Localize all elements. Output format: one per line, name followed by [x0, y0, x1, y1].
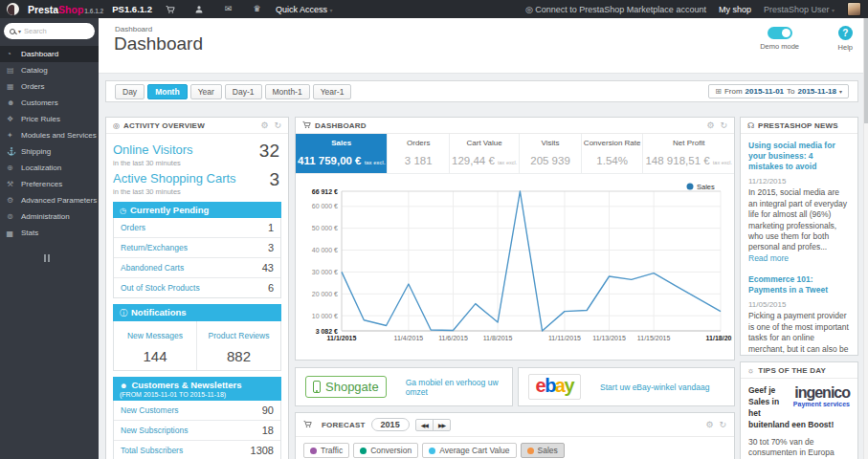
legend-traffic[interactable]: Traffic [303, 443, 349, 458]
trophy-icon[interactable]: ♛ [247, 0, 267, 18]
news-article-title[interactable]: Ecommerce 101: Payments in a Tweet [748, 274, 850, 295]
shop-name[interactable]: PS1.6.1.2 [112, 4, 152, 14]
rewind-icon[interactable]: ◀◀ [415, 419, 434, 431]
marketplace-link[interactable]: ◎ Connect to PrestaShop Marketplace acco… [525, 5, 706, 14]
vertical-scrollbar[interactable] [863, 18, 868, 459]
total-subscribers-count: 1308 [251, 445, 274, 456]
kpi-net-profit[interactable]: Net Profit148 918,51 € tax excl. [643, 134, 734, 173]
refresh-icon[interactable]: ↻ [719, 421, 726, 429]
kpi-cart-value[interactable]: Cart Value129,44 € tax excl. [450, 134, 520, 173]
orders-count: 1 [268, 222, 274, 233]
range-month-button[interactable]: Month [147, 84, 188, 99]
kpi-sales[interactable]: Sales411 759,00 € tax excl. [296, 134, 388, 173]
sidebar-item-customers[interactable]: ☻Customers [0, 95, 99, 111]
cart-icon[interactable] [161, 0, 181, 18]
sidebar-item-dashboard[interactable]: ◔Dashboard [0, 46, 99, 62]
abandoned-carts-count: 43 [262, 262, 274, 273]
sidebar-item-stats[interactable]: ▅Stats [0, 225, 99, 241]
mail-icon[interactable]: ✉ [218, 0, 238, 18]
returns-link[interactable]: Return/Exchanges [121, 243, 188, 252]
forecast-panel: FORECAST 2015 ◀◀ ▶▶ ⚙ ↻ Traffic Conversi… [295, 412, 735, 459]
abandoned-carts-link[interactable]: Abandoned Carts [121, 263, 184, 273]
page-header: Dashboard Dashboard Demo mode ? Help [99, 18, 868, 74]
news-article-title[interactable]: Using social media for your business: 4 … [748, 141, 850, 172]
gear-icon[interactable]: ⚙ [706, 121, 714, 130]
orders-link[interactable]: Orders [121, 223, 145, 232]
new-customers-link[interactable]: New Customers [121, 405, 178, 415]
scrollbar-thumb[interactable] [864, 18, 868, 123]
kpi-visits[interactable]: Visits205 939 [520, 134, 582, 173]
sales-dot-icon [527, 448, 534, 454]
legend-average-cart-value[interactable]: Average Cart Value [422, 443, 516, 458]
forward-icon[interactable]: ▶▶ [433, 419, 451, 431]
demo-mode-toggle[interactable] [768, 27, 792, 39]
out-of-stock-link[interactable]: Out of Stock Products [121, 283, 200, 293]
employees-icon[interactable] [189, 0, 210, 18]
shopgate-link[interactable]: Ga mobiel en verhoog uw omzet [406, 378, 502, 397]
new-messages-link[interactable]: New Messages [127, 331, 183, 340]
active-carts-link[interactable]: Active Shopping Carts [113, 171, 236, 186]
total-subscribers-link[interactable]: Total Subscribers [121, 446, 183, 455]
sidebar-item-administration[interactable]: ⊚Administration [0, 208, 99, 225]
range-year-1-button[interactable]: Year-1 [313, 84, 352, 99]
my-shop-link[interactable]: My shop [719, 5, 751, 14]
search-scope-caret-icon[interactable]: ▾ [18, 28, 21, 34]
refresh-icon[interactable]: ↻ [274, 121, 281, 130]
kpi-orders[interactable]: Orders3 181 [388, 134, 450, 173]
range-month-1-button[interactable]: Month-1 [265, 84, 310, 99]
sidebar-item-price-rules[interactable]: ❖Price Rules [0, 111, 99, 127]
svg-text:11/1/2015: 11/1/2015 [327, 335, 357, 341]
refresh-icon[interactable]: ↻ [720, 121, 727, 130]
sidebar-item-localization[interactable]: ⊕Localization [0, 160, 99, 176]
breadcrumb[interactable]: Dashboard [115, 25, 152, 33]
date-from-label: From [724, 87, 743, 96]
legend-sales[interactable]: Sales [521, 443, 565, 458]
help-block: ? Help [838, 26, 853, 52]
sidebar-item-preferences[interactable]: ⚒Preferences [0, 176, 99, 192]
sidebar-item-catalog[interactable]: ▤Catalog [0, 62, 99, 78]
kpi-conversion-rate[interactable]: Conversion Rate1.54% [582, 134, 644, 173]
ebay-link[interactable]: Start uw eBay-winkel vandaag [600, 382, 709, 392]
user-avatar[interactable] [847, 2, 861, 16]
prestashop-logo[interactable] [7, 3, 19, 15]
new-subscriptions-link[interactable]: New Subscriptions [121, 426, 188, 435]
read-more-link[interactable]: Read more [748, 253, 789, 263]
sidebar-item-orders[interactable]: ▦Orders [0, 78, 99, 95]
legend-conversion[interactable]: Conversion [353, 443, 418, 458]
search-input[interactable] [24, 27, 79, 35]
range-day-button[interactable]: Day [115, 84, 145, 99]
gear-icon[interactable]: ⚙ [705, 421, 713, 429]
online-visitors-link[interactable]: Online Visitors [113, 142, 193, 157]
sidebar-collapse-toggle[interactable] [44, 254, 50, 262]
gear-icon[interactable]: ⚙ [260, 121, 268, 130]
table-row: Orders1 [114, 218, 280, 238]
out-of-stock-count: 6 [268, 282, 274, 294]
range-year-button[interactable]: Year [190, 84, 222, 99]
topbar-right: ◎ Connect to PrestaShop Marketplace acco… [525, 2, 861, 16]
calendar-icon: ⊞ [715, 87, 722, 96]
sidebar-search: ▾ [4, 23, 95, 39]
new-messages-cell: New Messages 144 [114, 321, 197, 370]
activity-icon: ◎ [113, 121, 120, 130]
user-menu[interactable]: PrestaShop User ▾ [764, 5, 835, 14]
caret-down-icon: ▾ [832, 8, 835, 13]
sidebar-item-modules[interactable]: ✦Modules and Services [0, 127, 99, 143]
traffic-dot-icon [310, 448, 317, 454]
svg-text:66 912 €: 66 912 € [312, 188, 338, 195]
sidebar-item-shipping[interactable]: ⚓Shipping [0, 143, 99, 160]
activity-overview-panel: ◎ ACTIVITY OVERVIEW ⚙ ↻ Online Visitors … [105, 117, 289, 459]
quick-access-menu[interactable]: Quick Access ▾ [276, 5, 333, 14]
product-reviews-link[interactable]: Product Reviews [209, 331, 270, 340]
range-day-1-button[interactable]: Day-1 [225, 84, 262, 99]
stats-icon: ▅ [7, 229, 21, 237]
dashboard-panel-title: DASHBOARD [315, 121, 367, 130]
dashboard-column: DASHBOARD ⚙ ↻ Sales411 759,00 € tax excl… [295, 117, 735, 459]
help-icon[interactable]: ? [838, 26, 853, 40]
sidebar-item-advanced-parameters[interactable]: ⚙Advanced Parameters [0, 192, 99, 208]
cart-icon [302, 120, 311, 130]
table-row: Abandoned Carts43 [114, 258, 280, 278]
date-range-button[interactable]: ⊞ From 2015-11-01 To 2015-11-18 ▾ [708, 84, 849, 98]
table-row: Total Subscribers1308 [114, 441, 280, 459]
dashboard-panel: DASHBOARD ⚙ ↻ Sales411 759,00 € tax excl… [295, 117, 735, 361]
orders-icon: ▦ [7, 82, 21, 91]
